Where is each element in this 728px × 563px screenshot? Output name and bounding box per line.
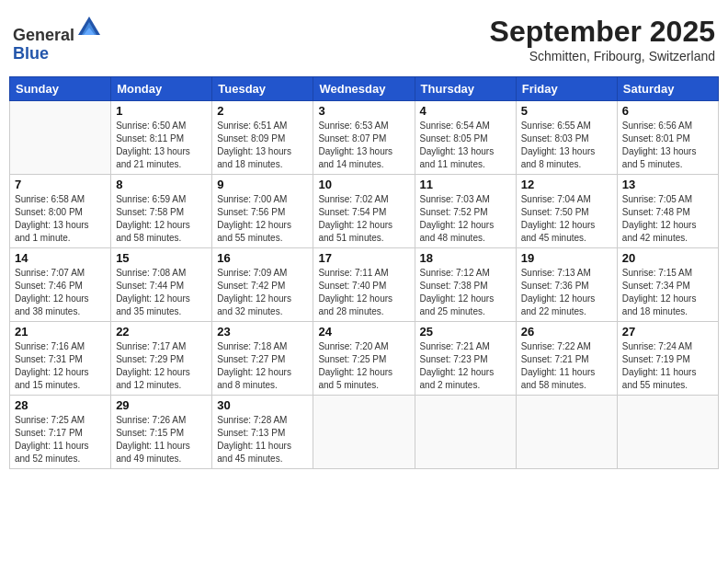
day-info: Sunrise: 7:07 AM Sunset: 7:46 PM Dayligh… <box>15 267 106 318</box>
day-info: Sunrise: 7:08 AM Sunset: 7:44 PM Dayligh… <box>116 267 207 318</box>
page-header: General Blue September 2025 Schmitten, F… <box>9 9 719 69</box>
calendar-cell: 29Sunrise: 7:26 AM Sunset: 7:15 PM Dayli… <box>111 396 212 469</box>
day-info: Sunrise: 7:21 AM Sunset: 7:23 PM Dayligh… <box>420 340 511 392</box>
weekday-header-saturday: Saturday <box>617 77 718 101</box>
calendar-cell: 24Sunrise: 7:20 AM Sunset: 7:25 PM Dayli… <box>313 322 415 396</box>
logo-general: General <box>13 26 74 44</box>
logo-blue: Blue <box>13 44 49 63</box>
day-info: Sunrise: 7:28 AM Sunset: 7:13 PM Dayligh… <box>217 414 308 465</box>
calendar-cell: 28Sunrise: 7:25 AM Sunset: 7:17 PM Dayli… <box>10 396 111 469</box>
calendar-cell: 23Sunrise: 7:18 AM Sunset: 7:27 PM Dayli… <box>212 322 313 396</box>
day-info: Sunrise: 6:55 AM Sunset: 8:03 PM Dayligh… <box>521 120 612 171</box>
weekday-header-thursday: Thursday <box>415 77 516 101</box>
calendar-cell: 6Sunrise: 6:56 AM Sunset: 8:01 PM Daylig… <box>617 101 718 175</box>
logo-icon <box>76 15 102 40</box>
day-info: Sunrise: 7:24 AM Sunset: 7:19 PM Dayligh… <box>622 340 713 392</box>
day-number: 3 <box>318 104 409 118</box>
logo: General Blue <box>13 15 102 63</box>
day-number: 18 <box>420 251 511 265</box>
calendar-cell: 27Sunrise: 7:24 AM Sunset: 7:19 PM Dayli… <box>617 322 718 396</box>
calendar-cell: 30Sunrise: 7:28 AM Sunset: 7:13 PM Dayli… <box>212 396 313 469</box>
day-info: Sunrise: 7:15 AM Sunset: 7:34 PM Dayligh… <box>622 267 713 318</box>
day-info: Sunrise: 7:18 AM Sunset: 7:27 PM Dayligh… <box>217 340 308 392</box>
day-info: Sunrise: 7:05 AM Sunset: 7:48 PM Dayligh… <box>622 193 713 245</box>
calendar-cell: 4Sunrise: 6:54 AM Sunset: 8:05 PM Daylig… <box>415 101 516 175</box>
weekday-header-friday: Friday <box>516 77 617 101</box>
weekday-header-row: SundayMondayTuesdayWednesdayThursdayFrid… <box>10 77 719 101</box>
day-info: Sunrise: 6:53 AM Sunset: 8:07 PM Dayligh… <box>318 120 409 171</box>
calendar-cell: 14Sunrise: 7:07 AM Sunset: 7:46 PM Dayli… <box>10 248 111 322</box>
day-number: 10 <box>318 178 409 191</box>
weekday-header-tuesday: Tuesday <box>212 77 313 101</box>
calendar-cell: 1Sunrise: 6:50 AM Sunset: 8:11 PM Daylig… <box>111 101 212 175</box>
month-title: September 2025 <box>490 15 715 49</box>
day-info: Sunrise: 7:13 AM Sunset: 7:36 PM Dayligh… <box>521 267 612 318</box>
weekday-header-monday: Monday <box>111 77 212 101</box>
calendar-cell: 18Sunrise: 7:12 AM Sunset: 7:38 PM Dayli… <box>415 248 516 322</box>
day-number: 14 <box>15 251 106 265</box>
calendar-cell: 11Sunrise: 7:03 AM Sunset: 7:52 PM Dayli… <box>415 175 516 248</box>
day-number: 23 <box>217 325 308 339</box>
day-number: 5 <box>521 104 612 118</box>
day-number: 15 <box>116 251 207 265</box>
day-info: Sunrise: 6:58 AM Sunset: 8:00 PM Dayligh… <box>15 193 106 245</box>
calendar-table: SundayMondayTuesdayWednesdayThursdayFrid… <box>9 76 719 469</box>
day-info: Sunrise: 7:00 AM Sunset: 7:56 PM Dayligh… <box>217 193 308 245</box>
calendar-week-4: 21Sunrise: 7:16 AM Sunset: 7:31 PM Dayli… <box>10 322 719 396</box>
day-number: 1 <box>116 104 207 118</box>
day-info: Sunrise: 6:54 AM Sunset: 8:05 PM Dayligh… <box>420 120 511 171</box>
day-number: 9 <box>217 178 308 191</box>
day-info: Sunrise: 6:59 AM Sunset: 7:58 PM Dayligh… <box>116 193 207 245</box>
calendar-cell: 16Sunrise: 7:09 AM Sunset: 7:42 PM Dayli… <box>212 248 313 322</box>
calendar-cell: 3Sunrise: 6:53 AM Sunset: 8:07 PM Daylig… <box>313 101 415 175</box>
calendar-cell <box>415 396 516 469</box>
calendar-week-5: 28Sunrise: 7:25 AM Sunset: 7:17 PM Dayli… <box>10 396 719 469</box>
calendar-cell: 25Sunrise: 7:21 AM Sunset: 7:23 PM Dayli… <box>415 322 516 396</box>
day-info: Sunrise: 7:22 AM Sunset: 7:21 PM Dayligh… <box>521 340 612 392</box>
day-number: 7 <box>15 178 106 191</box>
day-number: 27 <box>622 325 713 339</box>
calendar-cell <box>10 101 111 175</box>
day-info: Sunrise: 7:12 AM Sunset: 7:38 PM Dayligh… <box>420 267 511 318</box>
calendar-cell: 22Sunrise: 7:17 AM Sunset: 7:29 PM Dayli… <box>111 322 212 396</box>
calendar-cell <box>313 396 415 469</box>
calendar-cell: 26Sunrise: 7:22 AM Sunset: 7:21 PM Dayli… <box>516 322 617 396</box>
calendar-cell <box>516 396 617 469</box>
calendar-cell: 15Sunrise: 7:08 AM Sunset: 7:44 PM Dayli… <box>111 248 212 322</box>
calendar-cell: 9Sunrise: 7:00 AM Sunset: 7:56 PM Daylig… <box>212 175 313 248</box>
day-info: Sunrise: 7:02 AM Sunset: 7:54 PM Dayligh… <box>318 193 409 245</box>
location-subtitle: Schmitten, Fribourg, Switzerland <box>490 49 715 63</box>
day-number: 17 <box>318 251 409 265</box>
day-number: 28 <box>15 398 106 412</box>
day-number: 29 <box>116 398 207 412</box>
calendar-week-1: 1Sunrise: 6:50 AM Sunset: 8:11 PM Daylig… <box>10 101 719 175</box>
day-info: Sunrise: 6:56 AM Sunset: 8:01 PM Dayligh… <box>622 120 713 171</box>
calendar-cell: 8Sunrise: 6:59 AM Sunset: 7:58 PM Daylig… <box>111 175 212 248</box>
day-number: 13 <box>622 178 713 191</box>
day-number: 21 <box>15 325 106 339</box>
day-info: Sunrise: 7:04 AM Sunset: 7:50 PM Dayligh… <box>521 193 612 245</box>
day-number: 6 <box>622 104 713 118</box>
day-number: 4 <box>420 104 511 118</box>
day-info: Sunrise: 7:03 AM Sunset: 7:52 PM Dayligh… <box>420 193 511 245</box>
title-block: September 2025 Schmitten, Fribourg, Swit… <box>490 15 715 63</box>
day-info: Sunrise: 7:20 AM Sunset: 7:25 PM Dayligh… <box>318 340 409 392</box>
day-number: 20 <box>622 251 713 265</box>
day-number: 25 <box>420 325 511 339</box>
calendar-cell <box>617 396 718 469</box>
calendar-cell: 17Sunrise: 7:11 AM Sunset: 7:40 PM Dayli… <box>313 248 415 322</box>
calendar-cell: 12Sunrise: 7:04 AM Sunset: 7:50 PM Dayli… <box>516 175 617 248</box>
calendar-cell: 20Sunrise: 7:15 AM Sunset: 7:34 PM Dayli… <box>617 248 718 322</box>
day-info: Sunrise: 7:26 AM Sunset: 7:15 PM Dayligh… <box>116 414 207 465</box>
calendar-cell: 21Sunrise: 7:16 AM Sunset: 7:31 PM Dayli… <box>10 322 111 396</box>
day-number: 19 <box>521 251 612 265</box>
day-number: 2 <box>217 104 308 118</box>
day-info: Sunrise: 7:16 AM Sunset: 7:31 PM Dayligh… <box>15 340 106 392</box>
calendar-week-3: 14Sunrise: 7:07 AM Sunset: 7:46 PM Dayli… <box>10 248 719 322</box>
day-number: 24 <box>318 325 409 339</box>
calendar-week-2: 7Sunrise: 6:58 AM Sunset: 8:00 PM Daylig… <box>10 175 719 248</box>
day-info: Sunrise: 6:50 AM Sunset: 8:11 PM Dayligh… <box>116 120 207 171</box>
day-number: 8 <box>116 178 207 191</box>
day-number: 26 <box>521 325 612 339</box>
weekday-header-sunday: Sunday <box>10 77 111 101</box>
